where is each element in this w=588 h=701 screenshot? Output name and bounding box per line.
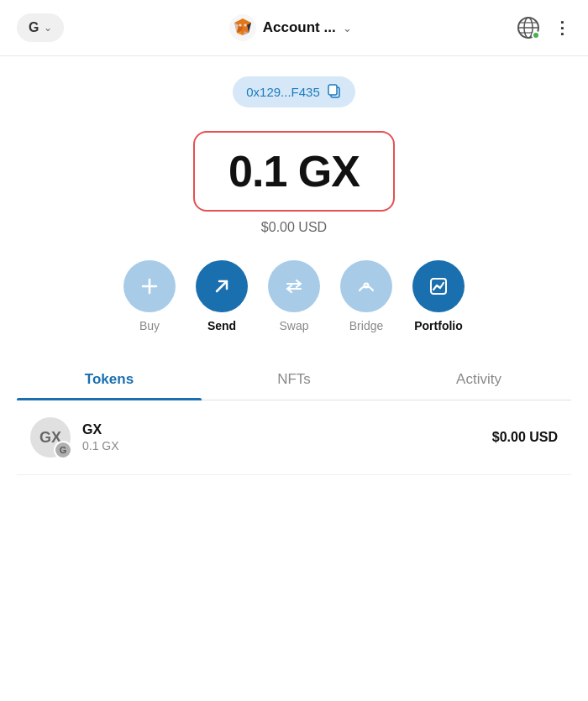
svg-rect-17 [328,85,337,95]
action-buttons-row: Buy Send Swap [123,260,465,332]
account-chevron-icon: ⌄ [343,22,352,34]
balance-amount: 0.1 GX [228,146,360,196]
bridge-action[interactable]: Bridge [340,260,392,332]
network-selector[interactable]: G ⌄ [17,13,64,42]
token-amount: 0.1 GX [82,439,492,453]
network-active-dot [532,31,540,39]
token-name: GX [82,422,492,437]
main-content: 0x129...F435 0.1 GX $0.00 USD Buy [0,56,588,475]
send-button[interactable] [196,260,248,312]
account-name-label: Account ... [263,19,336,36]
send-action[interactable]: Send [196,260,248,332]
network-status-icon[interactable] [517,16,540,39]
plus-icon [139,275,160,297]
svg-point-10 [244,24,246,27]
bridge-label: Bridge [349,319,383,332]
portfolio-action[interactable]: Portfolio [412,260,465,332]
token-row[interactable]: GX G GX 0.1 GX $0.00 USD [17,400,571,475]
tabs-container: Tokens NFTs Activity [17,359,571,400]
network-chevron-icon: ⌄ [44,22,52,34]
portfolio-icon [428,275,449,297]
address-text: 0x129...F435 [246,85,320,99]
swap-button[interactable] [268,260,320,312]
network-label: G [29,20,39,35]
account-selector[interactable]: Account ... ⌄ [229,14,352,41]
tab-tokens[interactable]: Tokens [17,359,202,400]
balance-box: 0.1 GX [193,131,395,212]
swap-action[interactable]: Swap [268,260,320,332]
swap-icon [283,275,305,297]
svg-line-20 [217,281,227,291]
metamask-logo-icon [229,14,256,41]
copy-address-icon[interactable] [327,83,342,101]
app-header: G ⌄ Account ... ⌄ [0,0,588,56]
balance-usd: $0.00 USD [261,220,327,235]
portfolio-label: Portfolio [414,319,463,332]
more-menu-button[interactable]: ⋮ [554,18,571,38]
token-value: $0.00 USD [492,430,558,445]
header-actions: ⋮ [517,16,571,39]
token-info: GX 0.1 GX [82,422,492,453]
portfolio-button[interactable] [412,260,465,312]
token-icon-container: GX G [30,417,71,458]
buy-action[interactable]: Buy [123,260,176,332]
bridge-button[interactable] [340,260,392,312]
send-icon [211,275,233,297]
buy-button[interactable] [123,260,176,312]
send-label: Send [207,319,236,332]
svg-point-9 [239,24,241,27]
tab-activity[interactable]: Activity [386,359,571,400]
address-pill[interactable]: 0x129...F435 [233,76,355,107]
token-network-badge: G [54,441,72,459]
buy-label: Buy [139,319,160,332]
token-list: GX G GX 0.1 GX $0.00 USD [17,400,571,475]
swap-label: Swap [279,319,308,332]
bridge-icon [355,275,377,297]
tab-nfts[interactable]: NFTs [202,359,386,400]
